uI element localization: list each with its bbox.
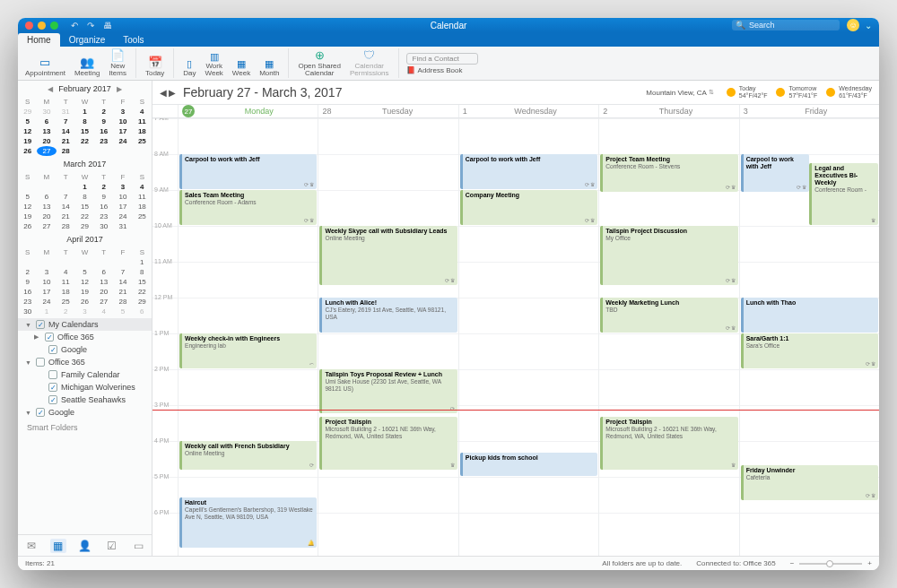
calendar-nav-icon[interactable]: ▦ (50, 539, 66, 553)
calendar-event[interactable]: Pickup kids from school (460, 453, 597, 476)
calendar-list-item[interactable]: ✓Seattle Seahawks (18, 393, 152, 406)
day-header[interactable]: 1Wednesday (458, 105, 598, 117)
new-appointment-button[interactable]: ▭Appointment (23, 54, 67, 78)
calendar-event[interactable]: Carpool to work with Jeff⟳♛ (460, 154, 597, 189)
close-window-icon[interactable] (25, 22, 33, 30)
new-items-button[interactable]: 📄New Items (107, 47, 128, 78)
calendar-checkbox[interactable]: ✓ (36, 408, 45, 417)
day-view-button[interactable]: ▯Day (181, 57, 197, 78)
calendar-label: Michigan Wolverines (61, 383, 135, 392)
prev-month-button[interactable]: ◀ (48, 85, 53, 93)
weather-day[interactable]: Today54°F/42°F (727, 85, 768, 99)
tab-home[interactable]: Home (18, 33, 60, 47)
month-view-button[interactable]: ▦Month (257, 57, 281, 78)
calendar-label: Office 365 (57, 333, 94, 342)
people-nav-icon[interactable]: 👤 (76, 539, 92, 553)
mini-calendar-header: ◀February 2017▶ (18, 81, 152, 97)
calendar-list-item[interactable]: ▶✓Office 365 (18, 331, 152, 343)
calendar-event[interactable]: Project TailspinMicrosoft Building 2 - 1… (600, 417, 737, 470)
calendar-permissions-button[interactable]: 🛡Calendar Permissions (348, 47, 391, 78)
day-column[interactable]: Project Team MeetingConference Room - St… (598, 118, 738, 556)
prev-week-button[interactable]: ◀ (160, 88, 167, 98)
calendar-checkbox[interactable]: ✓ (48, 383, 57, 392)
smart-folders[interactable]: Smart Folders (18, 418, 152, 437)
address-book-button[interactable]: 📕Address Book (406, 66, 463, 74)
weather-day[interactable]: Tomorrow57°F/41°F (776, 85, 817, 99)
tasks-nav-icon[interactable]: ☑ (103, 539, 119, 553)
weather-day[interactable]: Wednesday61°F/43°F (826, 85, 872, 99)
day-column[interactable]: Carpool to work with Jeff⟳♛Sales Team Me… (178, 118, 318, 556)
calendar-list-item[interactable]: ✓Google (18, 343, 152, 356)
calendar-event[interactable]: Carpool to work with Jeff⟳♛ (741, 154, 810, 192)
calendar-list-item[interactable]: ▼Office 365 (18, 356, 152, 368)
day-column[interactable]: Carpool to work with Jeff⟳♛Company Meeti… (458, 118, 598, 556)
next-week-button[interactable]: ▶ (169, 88, 176, 98)
calendar-event[interactable]: Lunch with Alice!CJ's Eatery, 2619 1st A… (319, 298, 457, 333)
tab-organize[interactable]: Organize (60, 33, 115, 47)
day-header[interactable]: 2Thursday (598, 105, 738, 117)
tab-tools[interactable]: Tools (114, 33, 152, 47)
today-button[interactable]: 📅Today (144, 54, 166, 78)
calendar-event[interactable]: Project Team MeetingConference Room - St… (600, 154, 737, 192)
calendar-checkbox[interactable]: ✓ (36, 320, 45, 329)
new-meeting-button[interactable]: 👥Meeting (73, 54, 101, 78)
calendar-list-item[interactable]: ▼✓My Calendars (18, 318, 152, 331)
today-icon: 📅 (147, 55, 163, 69)
feedback-icon[interactable]: ☺ (847, 19, 859, 31)
calendar-event[interactable]: Weekly Skype call with Subsidiary LeadsO… (319, 226, 457, 285)
redo-icon[interactable]: ↷ (87, 21, 94, 30)
chevron-updown-icon: ⇅ (709, 89, 714, 96)
time-grid[interactable]: 7 AM8 AM9 AM10 AM11 AM12 PM1 PM2 PM3 PM4… (152, 118, 879, 556)
day-column[interactable]: Carpool to work with Jeff⟳♛Legal and Exe… (739, 118, 879, 556)
calendar-event[interactable]: Friday UnwinderCafeteria⟳♛ (741, 465, 878, 500)
find-contact-input[interactable]: Find a Contact (406, 53, 478, 65)
day-header[interactable]: 27Monday (178, 105, 318, 117)
sun-icon (776, 88, 785, 97)
week-view-button[interactable]: ▦Week (231, 57, 252, 78)
print-icon[interactable]: 🖶 (103, 21, 112, 30)
workweek-view-button[interactable]: ▥Work Week (204, 50, 225, 78)
search-input[interactable]: 🔍 Search (732, 20, 840, 30)
mini-calendar[interactable]: SMTWTFS123456789101112131415161718192021… (18, 247, 152, 316)
calendar-event[interactable]: Legal and Executives Bi-WeeklyConference… (809, 163, 878, 225)
zoom-out-icon[interactable]: − (790, 559, 795, 567)
day-header[interactable]: 28Tuesday (318, 105, 457, 117)
next-month-button[interactable]: ▶ (117, 85, 122, 93)
calendar-event[interactable]: Tailspin Project DiscussionMy Office⟳♛ (600, 226, 737, 285)
calendar-event[interactable]: Tailspin Toys Proposal Review + LunchUmi… (319, 369, 457, 413)
mini-calendar[interactable]: SMTWTFS293031123456789101112131415161718… (18, 97, 152, 156)
calendar-checkbox[interactable]: ✓ (45, 333, 54, 342)
day-column[interactable]: Weekly Skype call with Subsidiary LeadsO… (318, 118, 457, 556)
maximize-window-icon[interactable] (50, 22, 58, 30)
open-shared-calendar-button[interactable]: ⊕Open Shared Calendar (296, 47, 343, 78)
notes-nav-icon[interactable]: ▭ (130, 539, 146, 553)
calendar-label: Google (61, 345, 87, 354)
calendar-event[interactable]: Company Meeting⟳♛ (460, 190, 597, 225)
mail-nav-icon[interactable]: ✉ (23, 539, 39, 553)
calendar-list-item[interactable]: ✓Michigan Wolverines (18, 381, 152, 393)
calendar-checkbox[interactable]: ✓ (48, 395, 57, 404)
calendar-checkbox[interactable] (48, 370, 57, 379)
undo-icon[interactable]: ↶ (71, 21, 78, 30)
calendar-event[interactable]: Lunch with Thao (741, 298, 878, 333)
calendar-event[interactable]: Weekly call with French SubsidiaryOnline… (179, 441, 317, 470)
calendar-event[interactable]: Weekly check-in with EngineersEngineerin… (179, 333, 317, 368)
mini-calendar[interactable]: SMTWTFS123456789101112131415161718192021… (18, 172, 152, 231)
minimize-window-icon[interactable] (38, 22, 46, 30)
calendar-event[interactable]: Weekly Marketing LunchTBD⟳♛ (600, 298, 737, 333)
calendar-event[interactable]: Sara/Garth 1:1Sara's Office⟳♛ (741, 333, 878, 368)
calendar-event[interactable]: HaircutCapelli's Gentlemen's Barbershop,… (179, 497, 317, 548)
calendar-list-item[interactable]: Family Calendar (18, 368, 152, 381)
help-menu[interactable]: ⌄ (865, 21, 872, 30)
calendar-event[interactable]: Carpool to work with Jeff⟳♛ (179, 154, 317, 189)
calendar-checkbox[interactable] (36, 358, 45, 367)
zoom-in-icon[interactable]: + (867, 559, 872, 567)
calendar-list-item[interactable]: ▼✓Google (18, 406, 152, 418)
day-header[interactable]: 3Friday (739, 105, 879, 117)
zoom-slider[interactable]: − + (790, 559, 872, 567)
weather-location[interactable]: Mountain View, CA⇅ (646, 89, 713, 97)
calendar-event[interactable]: Sales Team MeetingConference Room - Adam… (179, 190, 317, 225)
calendar-checkbox[interactable]: ✓ (48, 345, 57, 354)
sidebar: ◀February 2017▶SMTWTFS293031123456789101… (18, 81, 152, 556)
calendar-event[interactable]: Project TailspinMicrosoft Building 2 - 1… (319, 417, 457, 470)
